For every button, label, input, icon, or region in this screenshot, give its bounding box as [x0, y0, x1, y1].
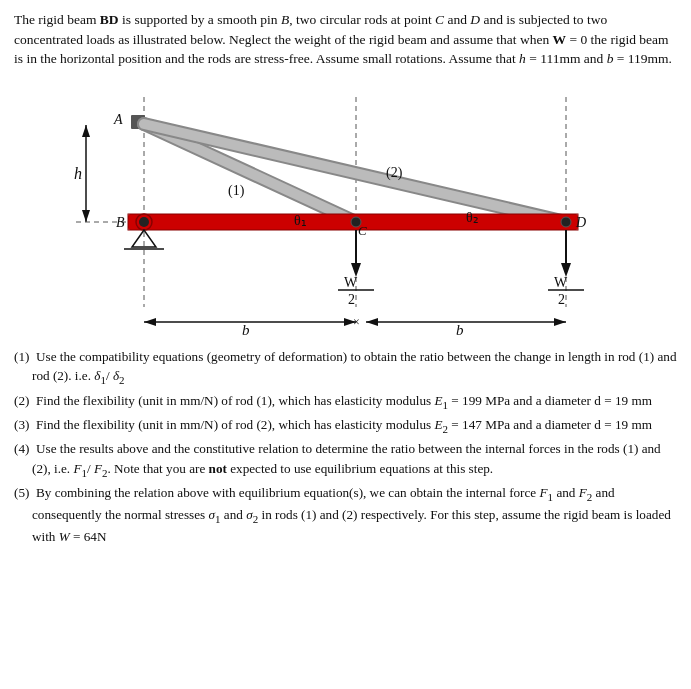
svg-text:W: W [554, 275, 568, 290]
questions-section: (1) Use the compatibility equations (geo… [14, 347, 677, 547]
question-1: (1) Use the compatibility equations (geo… [14, 347, 677, 389]
svg-text:W: W [344, 275, 358, 290]
svg-text:(2): (2) [386, 165, 403, 181]
svg-text:C: C [358, 223, 367, 238]
svg-text:A: A [113, 112, 123, 127]
svg-text:b: b [456, 322, 464, 337]
svg-marker-44 [554, 318, 566, 326]
svg-text:2: 2 [558, 292, 565, 307]
svg-text:D: D [575, 215, 586, 230]
svg-text:B: B [116, 215, 125, 230]
svg-marker-39 [144, 318, 156, 326]
svg-point-20 [139, 217, 149, 227]
diagram: h A (1) (2) B [14, 77, 677, 337]
svg-text:×: × [353, 315, 360, 329]
svg-text:b: b [242, 322, 250, 337]
question-2: (2) Find the flexibility (unit in mm/N) … [14, 391, 677, 413]
svg-text:h: h [74, 165, 82, 182]
svg-line-15 [144, 124, 566, 222]
svg-text:θ₁: θ₁ [294, 213, 307, 228]
svg-marker-5 [82, 210, 90, 222]
svg-marker-4 [82, 125, 90, 137]
question-5: (5) By combining the relation above with… [14, 483, 677, 547]
svg-text:(1): (1) [228, 183, 245, 199]
problem-statement: The rigid beam BD is supported by a smoo… [14, 10, 677, 69]
svg-text:2: 2 [348, 292, 355, 307]
question-3: (3) Find the flexibility (unit in mm/N) … [14, 415, 677, 437]
question-4: (4) Use the results above and the consti… [14, 439, 677, 481]
svg-point-26 [561, 217, 571, 227]
svg-text:θ₂: θ₂ [466, 210, 479, 225]
svg-marker-43 [366, 318, 378, 326]
